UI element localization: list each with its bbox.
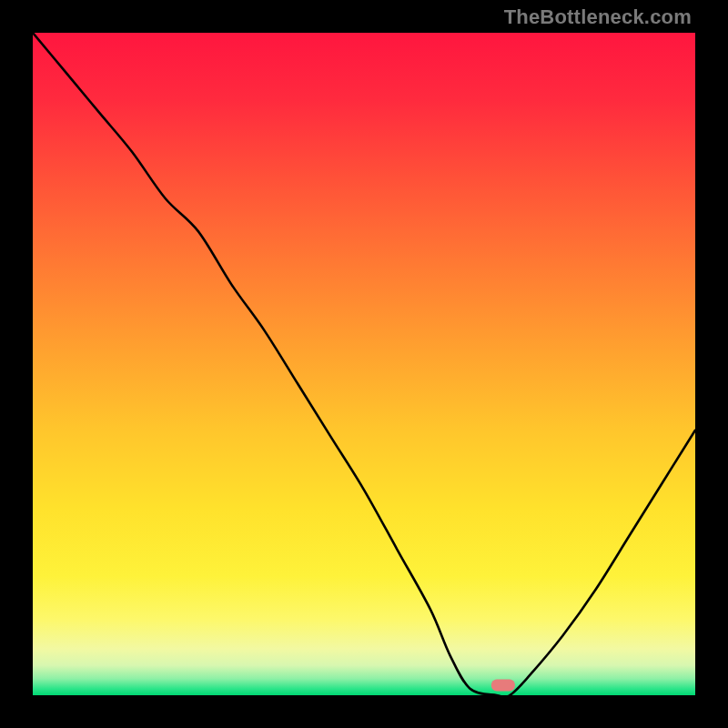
bottleneck-chart [33,33,695,695]
chart-frame [33,33,695,695]
watermark-text: TheBottleneck.com [504,5,692,29]
gradient-background [33,33,695,695]
optimal-marker [491,680,515,692]
